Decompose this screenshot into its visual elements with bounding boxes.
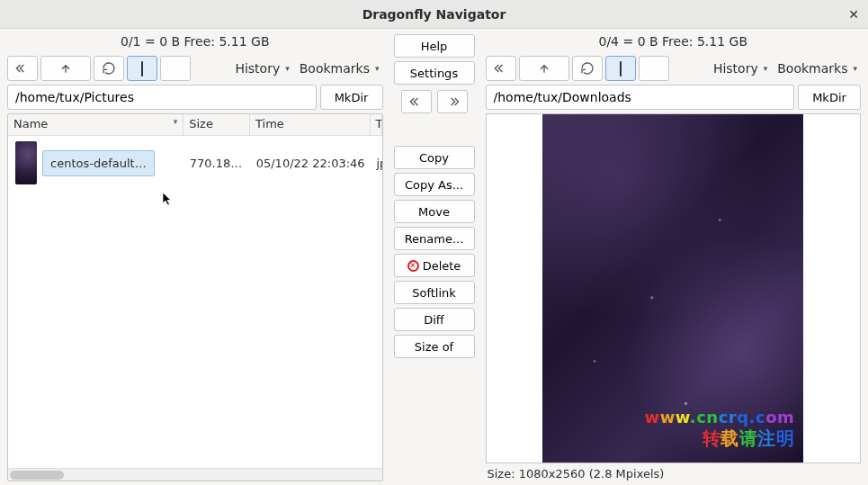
right-path-row: MkDir bbox=[486, 85, 862, 110]
bookmarks-dropdown[interactable]: Bookmarks bbox=[774, 56, 861, 81]
back-icon bbox=[15, 61, 30, 76]
settings-button[interactable]: Settings bbox=[394, 61, 475, 85]
file-name: centos-default… bbox=[42, 150, 155, 176]
view-icons-button[interactable] bbox=[127, 56, 157, 81]
back-icon bbox=[494, 61, 508, 76]
path-input[interactable] bbox=[486, 85, 795, 110]
mkdir-button[interactable]: MkDir bbox=[798, 85, 861, 110]
sizeof-button[interactable]: Size of bbox=[394, 335, 475, 358]
file-thumbnail bbox=[15, 141, 37, 184]
col-type[interactable]: T bbox=[371, 114, 382, 135]
path-input[interactable] bbox=[7, 85, 317, 110]
back-button[interactable] bbox=[486, 56, 516, 81]
view-list-button[interactable] bbox=[639, 56, 669, 81]
history-dropdown[interactable]: History bbox=[710, 56, 771, 81]
reload-button[interactable] bbox=[572, 56, 603, 81]
right-pane: 0/4 = 0 B Free: 5.11 GB History Bookmark… bbox=[479, 29, 869, 485]
right-toolbar: History Bookmarks bbox=[486, 56, 862, 81]
monitor-icon bbox=[134, 62, 150, 75]
reload-button[interactable] bbox=[94, 56, 124, 81]
chevron-right-icon bbox=[445, 94, 460, 109]
reload-icon bbox=[580, 61, 595, 76]
file-table: Name Size Time T centos-default… 770.18 … bbox=[7, 113, 383, 481]
back-button[interactable] bbox=[7, 56, 38, 81]
view-icons-button[interactable] bbox=[605, 56, 636, 81]
up-icon bbox=[537, 61, 551, 76]
transfer-right-button[interactable] bbox=[437, 90, 468, 113]
history-dropdown[interactable]: History bbox=[231, 56, 292, 81]
rename-button[interactable]: Rename... bbox=[394, 227, 475, 250]
up-button[interactable] bbox=[40, 56, 91, 81]
table-row[interactable]: centos-default… 770.18 kB 05/10/22 22:03… bbox=[8, 136, 382, 190]
bookmarks-dropdown[interactable]: Bookmarks bbox=[296, 56, 383, 81]
diff-button[interactable]: Diff bbox=[394, 308, 475, 331]
file-time: 05/10/22 22:03:46 bbox=[251, 157, 371, 170]
help-button[interactable]: Help bbox=[394, 34, 475, 58]
softlink-button[interactable]: Softlink bbox=[394, 281, 475, 304]
chevron-left-icon bbox=[409, 94, 424, 109]
col-name[interactable]: Name bbox=[8, 114, 183, 135]
left-pane: 0/1 = 0 B Free: 5.11 GB History Bookmark… bbox=[0, 29, 390, 485]
center-actions: Help Settings Copy Copy As... Move Renam… bbox=[390, 29, 479, 485]
file-size: 770.18 kB bbox=[184, 157, 251, 170]
image-size-info: Size: 1080x2560 (2.8 Mpixels) bbox=[486, 463, 862, 481]
move-button[interactable]: Move bbox=[394, 200, 475, 223]
left-toolbar: History Bookmarks bbox=[7, 56, 383, 81]
up-button[interactable] bbox=[519, 56, 569, 81]
history-label: History bbox=[713, 61, 758, 76]
view-list-button[interactable] bbox=[160, 56, 191, 81]
table-header: Name Size Time T bbox=[8, 114, 382, 136]
h-scrollbar[interactable] bbox=[8, 468, 382, 481]
right-status: 0/4 = 0 B Free: 5.11 GB bbox=[486, 34, 862, 52]
copy-button[interactable]: Copy bbox=[394, 146, 475, 169]
delete-icon bbox=[407, 260, 419, 272]
watermark-line2: 转载请注明 bbox=[645, 427, 795, 451]
table-body: centos-default… 770.18 kB 05/10/22 22:03… bbox=[8, 136, 382, 468]
left-path-row: MkDir bbox=[7, 85, 383, 110]
main-layout: 0/1 = 0 B Free: 5.11 GB History Bookmark… bbox=[0, 29, 868, 485]
window-title: Dragonfly Navigator bbox=[362, 7, 506, 22]
watermark: www.cncrq.com 转载请注明 bbox=[645, 408, 795, 451]
cursor-icon bbox=[162, 192, 176, 206]
copy-as-button[interactable]: Copy As... bbox=[394, 173, 475, 196]
monitor-icon bbox=[613, 62, 629, 75]
mkdir-button[interactable]: MkDir bbox=[320, 85, 383, 110]
file-type: jp bbox=[371, 157, 382, 170]
left-status: 0/1 = 0 B Free: 5.11 GB bbox=[7, 34, 383, 52]
transfer-left-button[interactable] bbox=[401, 90, 432, 113]
up-icon bbox=[58, 61, 73, 76]
image-preview: www.cncrq.com 转载请注明 bbox=[486, 113, 862, 463]
bookmarks-label: Bookmarks bbox=[300, 61, 370, 76]
titlebar: Dragonfly Navigator ✕ bbox=[0, 0, 868, 29]
bookmarks-label: Bookmarks bbox=[777, 61, 847, 76]
close-icon[interactable]: ✕ bbox=[848, 8, 859, 21]
reload-icon bbox=[102, 61, 116, 76]
delete-label: Delete bbox=[423, 259, 461, 273]
preview-image: www.cncrq.com 转载请注明 bbox=[542, 114, 803, 463]
delete-button[interactable]: Delete bbox=[394, 254, 475, 277]
col-size[interactable]: Size bbox=[183, 114, 250, 135]
col-time[interactable]: Time bbox=[250, 114, 371, 135]
history-label: History bbox=[235, 61, 280, 76]
watermark-line1: www.cncrq.com bbox=[645, 408, 795, 427]
